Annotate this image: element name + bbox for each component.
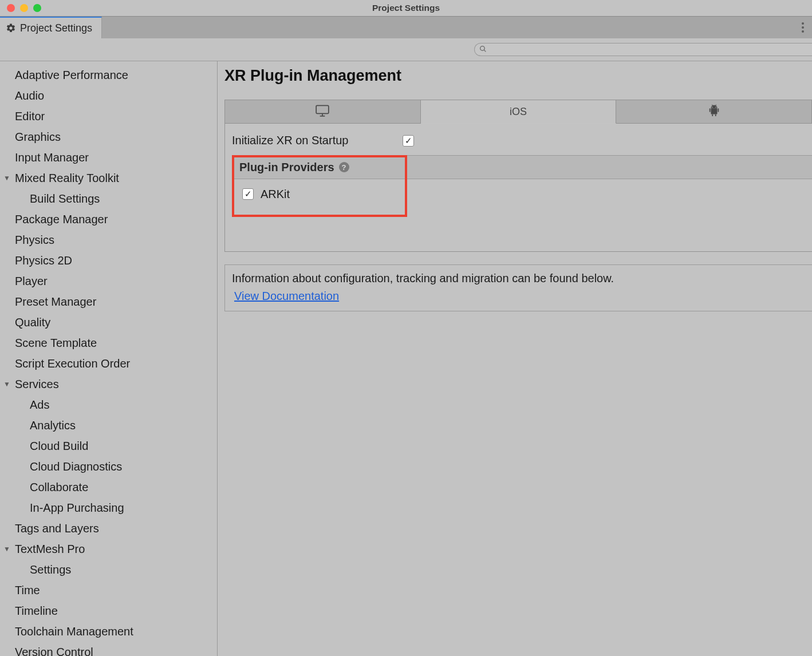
sidebar-item-label: Cloud Diagnostics <box>30 458 122 476</box>
sidebar-item-label: In-App Purchasing <box>30 499 124 517</box>
view-documentation-link[interactable]: View Documentation <box>234 290 339 303</box>
sidebar-item-label: Build Settings <box>30 190 100 208</box>
sidebar-item-physics[interactable]: Physics <box>0 230 217 250</box>
sidebar-item-preset-manager[interactable]: Preset Manager <box>0 291 217 312</box>
android-icon <box>708 104 720 120</box>
minimize-icon[interactable] <box>20 4 28 12</box>
sidebar-item-label: Settings <box>30 561 71 579</box>
platform-tab-desktop[interactable] <box>224 100 421 124</box>
sidebar-item-textmesh-pro[interactable]: ▼TextMesh Pro <box>0 539 217 559</box>
sidebar-item-label: Ads <box>30 396 49 414</box>
sidebar-item-label: Tags and Layers <box>15 520 99 538</box>
svg-rect-6 <box>718 108 719 112</box>
sidebar-item-label: Version Control <box>15 643 93 657</box>
sidebar-item-script-execution-order[interactable]: Script Execution Order <box>0 353 217 374</box>
highlight-box <box>232 155 407 217</box>
sidebar-item-adaptive-performance[interactable]: Adaptive Performance <box>0 65 217 85</box>
sidebar-item-scene-template[interactable]: Scene Template <box>0 333 217 353</box>
sidebar-item-services[interactable]: ▼Services <box>0 374 217 394</box>
sidebar-item-label: Script Execution Order <box>15 355 130 373</box>
caret-icon[interactable]: ▼ <box>3 379 10 390</box>
sidebar-item-label: Collaborate <box>30 479 88 496</box>
sidebar-item-label: Physics <box>15 231 54 249</box>
svg-line-1 <box>484 50 486 52</box>
sidebar-item-time[interactable]: Time <box>0 580 217 600</box>
tab-project-settings[interactable]: Project Settings <box>0 17 102 38</box>
sidebar-item-label: Preset Manager <box>15 293 96 311</box>
sidebar-item-cloud-diagnostics[interactable]: Cloud Diagnostics <box>0 456 217 477</box>
sidebar-item-cloud-build[interactable]: Cloud Build <box>0 436 217 456</box>
tab-bar: Project Settings <box>0 16 812 38</box>
ios-label: iOS <box>510 106 527 118</box>
sidebar-item-settings[interactable]: Settings <box>0 559 217 580</box>
svg-point-0 <box>480 46 485 50</box>
sidebar-item-label: Graphics <box>15 128 61 146</box>
sidebar: Adaptive PerformanceAudioEditorGraphicsI… <box>0 61 218 656</box>
search-row <box>0 38 812 61</box>
main-panel: XR Plug-in Management iOS Initialize XR … <box>218 61 812 656</box>
window-title: Project Settings <box>372 3 440 13</box>
sidebar-item-label: Analytics <box>30 417 76 434</box>
maximize-icon[interactable] <box>33 4 41 12</box>
init-xr-row: Initialize XR on Startup ✓ <box>232 131 812 151</box>
svg-line-9 <box>712 104 712 105</box>
sidebar-item-graphics[interactable]: Graphics <box>0 127 217 147</box>
sidebar-item-ads[interactable]: Ads <box>0 394 217 415</box>
sidebar-item-label: Mixed Reality Toolkit <box>15 169 119 187</box>
info-text: Information about configuration, trackin… <box>232 272 805 285</box>
sidebar-item-label: Player <box>15 272 48 290</box>
monitor-icon <box>315 104 330 120</box>
svg-line-10 <box>715 104 716 105</box>
sidebar-item-input-manager[interactable]: Input Manager <box>0 147 217 168</box>
platform-tab-android[interactable] <box>616 100 812 124</box>
sidebar-item-version-control[interactable]: Version Control <box>0 642 217 656</box>
kebab-menu-icon[interactable] <box>798 19 807 36</box>
sidebar-item-physics-2d[interactable]: Physics 2D <box>0 250 217 271</box>
close-icon[interactable] <box>7 4 15 12</box>
sidebar-item-label: Scene Template <box>15 334 97 352</box>
sidebar-item-timeline[interactable]: Timeline <box>0 600 217 621</box>
platform-tabs: iOS <box>224 100 812 124</box>
gear-icon <box>6 23 16 33</box>
sidebar-item-analytics[interactable]: Analytics <box>0 415 217 436</box>
sidebar-item-label: Timeline <box>15 602 58 620</box>
sidebar-item-toolchain-management[interactable]: Toolchain Management <box>0 621 217 642</box>
titlebar: Project Settings <box>0 0 812 16</box>
svg-rect-2 <box>316 105 329 113</box>
svg-rect-8 <box>715 114 716 116</box>
tab-label: Project Settings <box>20 22 92 34</box>
sidebar-item-mixed-reality-toolkit[interactable]: ▼Mixed Reality Toolkit <box>0 168 217 188</box>
caret-icon[interactable]: ▼ <box>3 173 10 184</box>
sidebar-item-label: Quality <box>15 314 50 331</box>
sidebar-item-player[interactable]: Player <box>0 271 217 291</box>
init-xr-label: Initialize XR on Startup <box>232 134 403 147</box>
sidebar-item-build-settings[interactable]: Build Settings <box>0 188 217 209</box>
caret-icon[interactable]: ▼ <box>3 544 10 555</box>
sidebar-item-package-manager[interactable]: Package Manager <box>0 209 217 230</box>
svg-rect-7 <box>712 114 713 116</box>
search-input[interactable] <box>474 43 812 56</box>
platform-tab-ios[interactable]: iOS <box>421 100 617 124</box>
sidebar-item-label: Audio <box>15 87 44 105</box>
sidebar-item-in-app-purchasing[interactable]: In-App Purchasing <box>0 497 217 518</box>
sidebar-item-collaborate[interactable]: Collaborate <box>0 477 217 497</box>
info-box: Information about configuration, trackin… <box>224 264 812 311</box>
search-icon <box>479 45 487 55</box>
svg-rect-5 <box>709 108 710 112</box>
sidebar-item-label: TextMesh Pro <box>15 540 85 558</box>
sidebar-item-label: Package Manager <box>15 211 108 228</box>
sidebar-item-label: Editor <box>15 108 45 125</box>
sidebar-item-tags-and-layers[interactable]: Tags and Layers <box>0 518 217 539</box>
sidebar-item-audio[interactable]: Audio <box>0 85 217 106</box>
sidebar-item-quality[interactable]: Quality <box>0 312 217 333</box>
init-xr-checkbox[interactable]: ✓ <box>403 135 414 147</box>
sidebar-item-label: Physics 2D <box>15 252 72 270</box>
sidebar-item-editor[interactable]: Editor <box>0 106 217 127</box>
sidebar-item-label: Input Manager <box>15 149 89 167</box>
page-title: XR Plug-in Management <box>224 67 812 100</box>
sidebar-item-label: Toolchain Management <box>15 623 133 641</box>
sidebar-item-label: Cloud Build <box>30 437 88 455</box>
window-controls <box>7 4 41 12</box>
sidebar-item-label: Adaptive Performance <box>15 66 128 84</box>
sidebar-item-label: Services <box>15 376 59 393</box>
